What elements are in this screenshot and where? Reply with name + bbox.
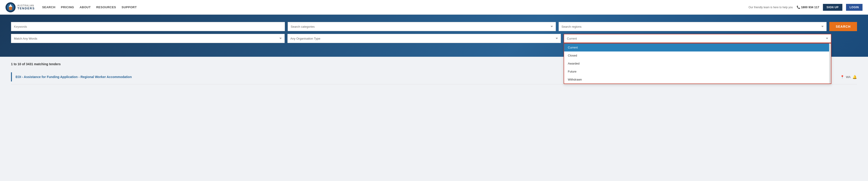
categories-select[interactable]: Search categories bbox=[288, 22, 556, 31]
status-dropdown-menu: Current Closed Awarded Future Withdrawn bbox=[564, 43, 831, 84]
logo-line2: TENDERS bbox=[18, 7, 35, 10]
tender-border bbox=[11, 72, 12, 82]
status-select[interactable]: Current bbox=[564, 34, 831, 43]
top-bar: AUSTRALIAN TENDERS SEARCH PRICING ABOUT … bbox=[0, 0, 868, 14]
login-button[interactable]: LOGIN bbox=[846, 4, 863, 11]
nav-search[interactable]: SEARCH bbox=[42, 5, 55, 9]
search-row-1: Search categories Search regions SEARCH bbox=[11, 22, 857, 31]
help-text: Our friendly team is here to help you bbox=[748, 6, 793, 9]
svg-marker-3 bbox=[9, 7, 12, 10]
signup-button[interactable]: SIGN UP bbox=[823, 4, 842, 11]
regions-select[interactable]: Search regions bbox=[559, 22, 827, 31]
search-row-2: Match Any Words Any Organisation Type Cu… bbox=[11, 34, 857, 43]
status-dropdown-wrapper: Current Current Closed Awarded Future Wi… bbox=[564, 34, 831, 43]
top-bar-left: AUSTRALIAN TENDERS SEARCH PRICING ABOUT … bbox=[5, 2, 137, 12]
location-icon: 📍 bbox=[840, 75, 844, 79]
nav-support[interactable]: SUPPORT bbox=[122, 5, 136, 9]
search-button[interactable]: SEARCH bbox=[829, 22, 857, 31]
tender-meta: 📍 WA 🔔 bbox=[840, 75, 857, 79]
regions-wrapper: Search regions bbox=[559, 22, 827, 31]
status-option-current[interactable]: Current bbox=[564, 43, 831, 52]
org-type-select[interactable]: Any Organisation Type bbox=[287, 34, 561, 43]
logo-text: AUSTRALIAN TENDERS bbox=[18, 4, 35, 10]
categories-wrapper: Search categories bbox=[288, 22, 556, 31]
top-bar-right: Our friendly team is here to help you 📞 … bbox=[748, 4, 863, 11]
match-words-select[interactable]: Match Any Words bbox=[11, 34, 285, 43]
main-nav: SEARCH PRICING ABOUT RESOURCES SUPPORT bbox=[42, 5, 137, 9]
nav-resources[interactable]: RESOURCES bbox=[96, 5, 116, 9]
dropdown-scrollbar[interactable] bbox=[829, 43, 831, 84]
nav-about[interactable]: ABOUT bbox=[80, 5, 91, 9]
logo: AUSTRALIAN TENDERS bbox=[5, 2, 35, 12]
status-option-future[interactable]: Future bbox=[564, 67, 831, 76]
status-option-closed[interactable]: Closed bbox=[564, 52, 831, 60]
search-section: Search categories Search regions SEARCH … bbox=[0, 14, 868, 57]
nav-pricing[interactable]: PRICING bbox=[61, 5, 74, 9]
notification-icon[interactable]: 🔔 bbox=[852, 75, 857, 79]
status-option-awarded[interactable]: Awarded bbox=[564, 60, 831, 67]
keywords-input[interactable] bbox=[11, 22, 285, 31]
logo-icon bbox=[5, 2, 16, 12]
tender-location: WA bbox=[846, 75, 850, 79]
status-option-withdrawn[interactable]: Withdrawn bbox=[564, 76, 831, 84]
phone-number: 📞 1800 934 117 bbox=[797, 5, 819, 9]
